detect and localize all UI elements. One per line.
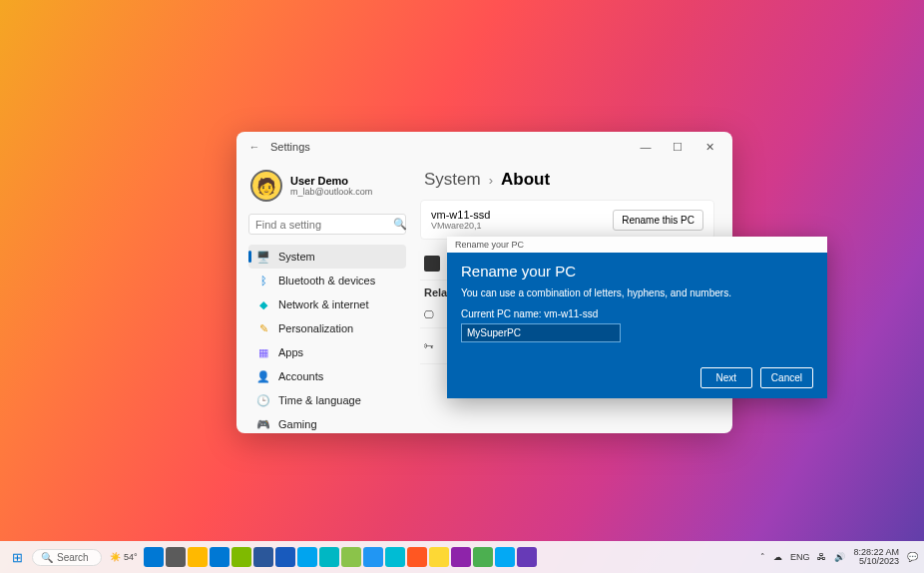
system-tray: ˄ ☁ ENG 🖧 🔊 8:28:22 AM 5/10/2023 💬 [760, 548, 918, 567]
close-button[interactable]: ✕ [694, 135, 724, 159]
taskbar-app-14[interactable] [451, 547, 471, 567]
rename-pc-dialog: Rename your PC Rename your PC You can us… [447, 237, 827, 398]
clock[interactable]: 8:28:22 AM 5/10/2023 [853, 548, 899, 567]
tray-chevron-icon[interactable]: ˄ [760, 552, 765, 562]
minimize-button[interactable]: — [631, 135, 661, 159]
app-title: Settings [270, 141, 310, 153]
taskbar-app-15[interactable] [473, 547, 493, 567]
time-language-icon: 🕒 [256, 393, 270, 407]
sidebar-item-label: Apps [278, 346, 303, 358]
pc-name: vm-w11-ssd [431, 209, 490, 221]
system-icon: 🖥️ [256, 250, 270, 264]
sidebar-item-label: Bluetooth & devices [278, 275, 375, 286]
weather-icon: ☀️ [110, 552, 121, 562]
taskbar-search[interactable]: 🔍 Search [32, 549, 102, 566]
avatar: 🧑 [250, 170, 282, 202]
taskbar-app-13[interactable] [429, 547, 449, 567]
notifications-icon[interactable]: 💬 [907, 552, 918, 562]
sidebar-item-label: Accounts [278, 370, 323, 382]
taskbar-app-1[interactable] [166, 547, 186, 567]
sidebar: 🧑 User Demo m_lab@outlook.com 🔍 🖥️System… [236, 162, 414, 433]
volume-icon[interactable]: 🔊 [834, 552, 845, 562]
sidebar-item-label: System [278, 251, 315, 263]
apps-icon: ▦ [256, 345, 270, 359]
taskbar: ⊞ 🔍 Search ☀️ 54° ˄ ☁ ENG 🖧 🔊 8:28:22 AM… [0, 541, 924, 573]
onedrive-icon[interactable]: ☁ [773, 552, 782, 562]
bluetooth-devices-icon: ᛒ [256, 274, 270, 287]
search-icon: 🔍 [393, 218, 407, 231]
maximize-button[interactable]: ☐ [663, 135, 693, 159]
gaming-icon: 🎮 [256, 417, 270, 431]
user-email: m_lab@outlook.com [290, 187, 372, 197]
breadcrumb: System › About [424, 170, 714, 190]
sidebar-item-label: Time & language [278, 394, 361, 406]
chevron-right-icon: › [489, 173, 493, 188]
taskbar-search-label: Search [57, 552, 89, 563]
taskbar-app-5[interactable] [253, 547, 273, 567]
search-input[interactable] [255, 219, 393, 231]
language-indicator[interactable]: ENG [790, 552, 810, 562]
taskbar-app-8[interactable] [319, 547, 339, 567]
weather-widget[interactable]: ☀️ 54° [110, 552, 138, 562]
user-account[interactable]: 🧑 User Demo m_lab@outlook.com [248, 166, 406, 212]
sidebar-item-bluetooth-devices[interactable]: ᛒBluetooth & devices [248, 269, 406, 292]
taskbar-app-3[interactable] [210, 547, 230, 567]
accounts-icon: 👤 [256, 369, 270, 383]
network-internet-icon: ◆ [256, 297, 270, 311]
key-icon: 🗝 [424, 340, 438, 351]
clock-date: 5/10/2023 [853, 557, 899, 566]
sidebar-item-accounts[interactable]: 👤Accounts [248, 364, 406, 388]
user-name: User Demo [290, 175, 372, 188]
weather-temp: 54° [124, 552, 138, 562]
taskbar-app-16[interactable] [495, 547, 515, 567]
sidebar-item-apps[interactable]: ▦Apps [248, 340, 406, 364]
pc-model: VMware20,1 [431, 221, 490, 231]
sidebar-item-system[interactable]: 🖥️System [248, 245, 406, 269]
titlebar: ← Settings — ☐ ✕ [236, 132, 732, 162]
taskbar-app-0[interactable] [144, 547, 164, 567]
dialog-title: Rename your PC [461, 263, 813, 280]
network-icon[interactable]: 🖧 [817, 552, 826, 562]
sidebar-item-time-language[interactable]: 🕒Time & language [248, 388, 406, 412]
sidebar-item-label: Gaming [278, 418, 317, 430]
dialog-caption: Rename your PC [447, 237, 827, 253]
taskbar-apps [144, 547, 537, 567]
back-button[interactable]: ← [244, 141, 264, 153]
taskbar-app-10[interactable] [363, 547, 383, 567]
rename-pc-button[interactable]: Rename this PC [613, 210, 703, 231]
start-button[interactable]: ⊞ [6, 546, 28, 568]
taskbar-app-12[interactable] [407, 547, 427, 567]
search-icon: 🔍 [41, 552, 53, 563]
page-title: About [501, 170, 550, 190]
taskbar-app-17[interactable] [517, 547, 537, 567]
device-icon [424, 256, 440, 272]
sidebar-item-label: Personalization [278, 322, 353, 334]
taskbar-app-2[interactable] [188, 547, 208, 567]
search-box[interactable]: 🔍 [248, 214, 406, 235]
new-pc-name-input[interactable] [461, 323, 621, 342]
sidebar-item-label: Network & internet [278, 298, 368, 310]
taskbar-app-9[interactable] [341, 547, 361, 567]
sidebar-item-network-internet[interactable]: ◆Network & internet [248, 292, 406, 316]
monitor-icon: 🖵 [424, 309, 438, 320]
next-button[interactable]: Next [700, 367, 752, 388]
personalization-icon: ✎ [256, 321, 270, 335]
breadcrumb-root[interactable]: System [424, 170, 481, 190]
current-pc-name-label: Current PC name: vm-w11-ssd [461, 308, 813, 319]
taskbar-app-6[interactable] [275, 547, 295, 567]
taskbar-app-4[interactable] [231, 547, 251, 567]
sidebar-item-gaming[interactable]: 🎮Gaming [248, 412, 406, 433]
cancel-button[interactable]: Cancel [760, 367, 813, 388]
sidebar-item-personalization[interactable]: ✎Personalization [248, 316, 406, 340]
dialog-subtitle: You can use a combination of letters, hy… [461, 287, 813, 298]
taskbar-app-7[interactable] [297, 547, 317, 567]
pc-name-card: vm-w11-ssd VMware20,1 Rename this PC [420, 200, 714, 240]
taskbar-app-11[interactable] [385, 547, 405, 567]
